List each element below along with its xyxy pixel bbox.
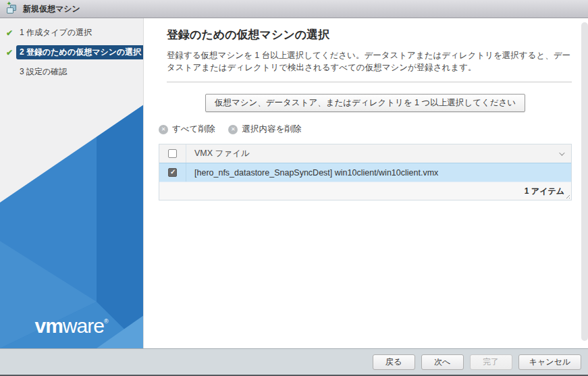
chevron-down-icon[interactable] <box>559 150 564 155</box>
wizard-steps-sidebar: 1 作成タイプの選択 2 登録のための仮想マシンの選択 3 設定の確認 <box>0 18 144 348</box>
wizard-footer: 戻る 次へ 完了 キャンセル <box>0 348 588 375</box>
green-check-icon <box>6 48 16 57</box>
vmx-file-column-header: VMX ファイル <box>194 148 250 159</box>
step-number: 2 <box>20 47 24 57</box>
step-label: 作成タイプの選択 <box>26 28 92 37</box>
row-checkbox[interactable] <box>168 168 177 177</box>
new-vm-wizard-window: ✦ 新規仮想マシン 1 作成タイプの選択 2 登録のための仮想マシンの選択 3 … <box>0 0 588 376</box>
cancel-button[interactable]: キャンセル <box>518 354 581 370</box>
step-label: 登録のための仮想マシンの選択 <box>26 47 141 57</box>
step-2-select-vm[interactable]: 2 登録のための仮想マシンの選択 <box>6 45 139 59</box>
vertical-scrollbar[interactable] <box>581 22 588 341</box>
back-button[interactable]: 戻る <box>373 354 415 370</box>
wizard-content: 登録のための仮想マシンの選択 登録する仮想マシンを 1 台以上選択してください。… <box>144 18 588 348</box>
vmware-logo: vmware® <box>0 315 143 338</box>
select-all-checkbox[interactable] <box>168 149 177 158</box>
resize-grip-icon[interactable] <box>565 194 570 198</box>
window-title: 新規仮想マシン <box>23 3 80 15</box>
green-check-icon <box>6 28 16 38</box>
table-row[interactable]: [hero_nfs_datastore_SnapSyncDest] win10c… <box>159 163 571 182</box>
table-footer: 1 アイテム <box>159 182 571 200</box>
vmx-file-table: VMX ファイル [hero_nfs_datastore_SnapSyncDes… <box>159 144 572 200</box>
table-header-row[interactable]: VMX ファイル <box>159 144 571 163</box>
remove-selection-action[interactable]: 選択内容を削除 <box>228 124 301 135</box>
wizard-titlebar: ✦ 新規仮想マシン <box>0 0 588 18</box>
remove-all-action[interactable]: すべて削除 <box>159 124 215 135</box>
item-count: 1 アイテム <box>525 186 564 197</box>
vmx-file-path: [hero_nfs_datastore_SnapSyncDest] win10c… <box>194 168 438 178</box>
divider <box>167 82 572 82</box>
circle-x-icon <box>228 125 238 134</box>
page-description: 登録する仮想マシンを 1 台以上選択してください。データストアまたはディレクトリ… <box>167 49 572 74</box>
step-label: 設定の確認 <box>26 67 67 76</box>
page-title: 登録のための仮想マシンの選択 <box>167 27 572 43</box>
remove-all-label: すべて削除 <box>172 124 215 135</box>
next-button[interactable]: 次へ <box>421 354 464 370</box>
step-3-confirm[interactable]: 3 設定の確認 <box>6 65 139 79</box>
new-vm-icon: ✦ <box>5 3 18 14</box>
step-number: 1 <box>20 28 24 37</box>
circle-x-icon <box>159 125 168 134</box>
finish-button[interactable]: 完了 <box>470 354 512 370</box>
step-number: 3 <box>20 67 24 76</box>
select-vm-datastore-button[interactable]: 仮想マシン、データストア、またはディレクトリを 1 つ以上選択してください <box>205 94 525 112</box>
remove-selection-label: 選択内容を削除 <box>242 124 301 135</box>
step-1-create-type[interactable]: 1 作成タイプの選択 <box>6 26 139 40</box>
